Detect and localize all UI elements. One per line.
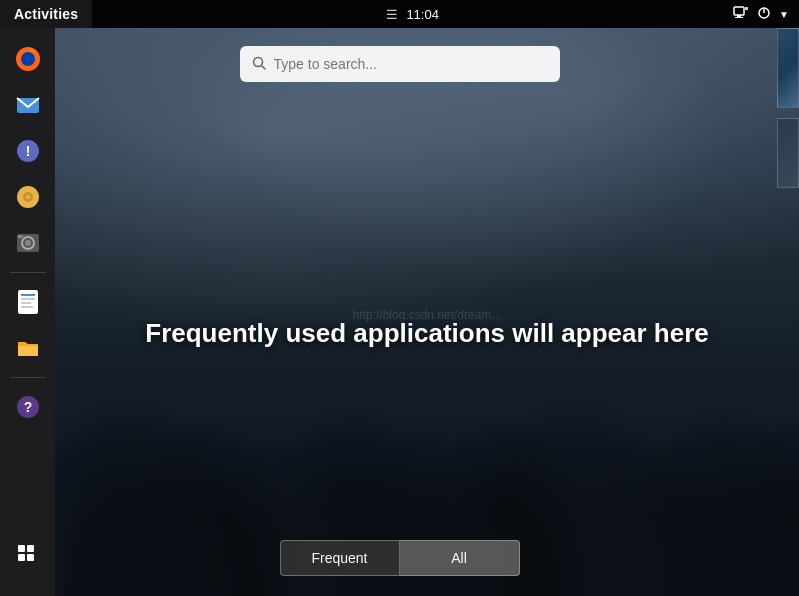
svg-rect-0 [734,7,744,15]
dock-item-firefox[interactable] [7,38,49,80]
dock-item-email[interactable] [7,84,49,126]
svg-text:!: ! [25,143,30,159]
svg-line-31 [261,65,265,69]
power-arrow-icon[interactable]: ▼ [779,9,789,20]
hamburger-icon: ☰ [386,7,398,22]
dock-separator-2 [10,377,46,378]
tab-frequent[interactable]: Frequent [280,540,400,576]
dock: ! [0,28,55,596]
search-container [0,28,799,82]
svg-rect-27 [27,545,34,552]
tab-all[interactable]: All [400,540,520,576]
svg-rect-17 [18,235,23,238]
search-input[interactable] [274,56,548,72]
clock: 11:04 [406,7,439,22]
display-icon[interactable] [733,5,749,24]
svg-rect-19 [21,294,35,296]
search-icon [252,56,266,73]
bottom-tabs: Frequent All [280,540,520,576]
empty-state-text: Frequently used applications will appear… [145,318,708,349]
dock-item-writer[interactable] [7,281,49,323]
activities-button[interactable]: Activities [0,0,92,28]
dock-separator [10,272,46,273]
activities-label: Activities [14,6,78,22]
svg-point-16 [25,240,31,246]
dock-item-feedback[interactable]: ! [7,130,49,172]
svg-text:?: ? [23,399,32,415]
power-icon[interactable] [757,6,771,23]
topbar: Activities ☰ 11:04 ▼ [0,0,799,28]
tab-frequent-label: Frequent [311,550,367,566]
workspace-thumb-2[interactable] [777,118,799,188]
svg-rect-29 [27,554,34,561]
svg-rect-1 [737,15,741,17]
svg-rect-3 [745,7,748,10]
topbar-right: ▼ [733,5,799,24]
dock-item-files[interactable] [7,327,49,369]
svg-rect-26 [18,545,25,552]
svg-point-13 [26,195,30,199]
svg-rect-28 [18,554,25,561]
dock-item-help[interactable]: ? [7,386,49,428]
svg-point-7 [21,52,35,66]
svg-rect-21 [21,302,31,304]
svg-rect-23 [18,346,38,356]
dock-item-shotwell[interactable] [7,222,49,264]
dock-item-rhythmbox[interactable] [7,176,49,218]
svg-rect-2 [735,17,743,18]
svg-rect-20 [21,298,35,300]
dock-item-appgrid[interactable] [7,534,49,576]
search-box [240,46,560,82]
topbar-center: ☰ 11:04 [386,7,439,22]
desktop-background: http://blog.csdn.net/dream... Frequently… [55,28,799,596]
svg-rect-22 [21,306,33,308]
tab-all-label: All [451,550,467,566]
